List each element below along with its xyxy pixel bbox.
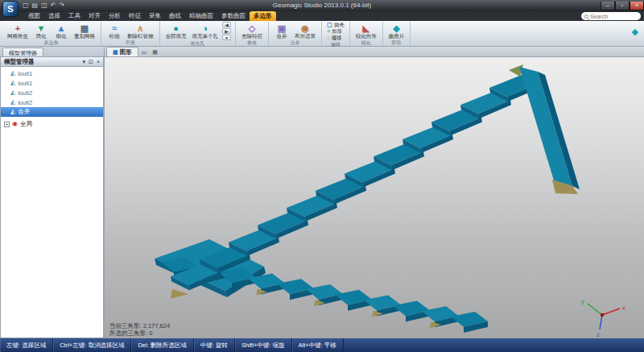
boolean-button[interactable]: ◉ 布尔运算: [292, 22, 318, 39]
tree-item-global[interactable]: + ◉ 全局: [1, 119, 103, 129]
merge-button[interactable]: ▣ 合并: [272, 22, 291, 39]
ribbon-group-smooth: ≈ 松弛 ∧ 删除钉状物 平滑: [101, 22, 160, 46]
refine-icon: ▲: [57, 23, 66, 33]
mesh-doctor-label: 网格医生: [7, 33, 28, 39]
thicken-icon: ≡: [327, 28, 330, 35]
mesh-icon: ◭: [10, 79, 15, 87]
hint-left-click: 左键: 选择区域: [0, 338, 53, 352]
svg-text:z: z: [597, 332, 600, 338]
tab-align[interactable]: 对齐: [85, 11, 105, 21]
offset-button[interactable]: ↕ 偏移: [325, 35, 346, 41]
hole-mode-dropdown[interactable]: ▾: [222, 35, 231, 40]
undo-icon[interactable]: ↶: [51, 1, 56, 10]
defeature-button[interactable]: ◇ 去除特征: [239, 22, 265, 39]
remesh-button[interactable]: ▦ 重划网格: [72, 22, 97, 39]
selected-triangles-value: 0: [149, 329, 152, 337]
current-triangles-value: 2,177,624: [143, 322, 170, 329]
ribbon-group-label: 阶段: [386, 39, 407, 46]
tab-parametric-surfaces[interactable]: 参数曲面: [217, 11, 250, 21]
decimate-button[interactable]: ▼ 简化: [31, 22, 51, 39]
previous-hole-button[interactable]: ◀: [222, 22, 231, 27]
titlebar: S ▢ ▤ ◫ ↶ ↷ Geomagic Studio 2013.0.1 (64…: [0, 0, 644, 11]
sharpen-wizard-button[interactable]: ◣ 锐化向导: [353, 22, 379, 39]
model-3d-scene: xyz: [105, 57, 644, 338]
boolean-icon: ◉: [301, 23, 309, 33]
panel-header: 模型管理器 ▾ ⊡ ×: [0, 56, 104, 67]
expand-icon[interactable]: +: [4, 122, 10, 127]
quick-access-toolbar: ▢ ▤ ◫ ↶ ↷: [23, 1, 64, 10]
new-icon[interactable]: ▢: [23, 1, 29, 10]
fill-single-button[interactable]: ◑ 填充单个孔: [190, 22, 221, 40]
search-input[interactable]: [590, 14, 638, 19]
tab-polygons[interactable]: 多边形: [250, 11, 276, 21]
ribbon-group-label: 偏移: [325, 41, 346, 48]
tab-capture[interactable]: 采集: [145, 11, 165, 21]
tab-view[interactable]: 视图: [24, 11, 44, 21]
tab-analysis[interactable]: 分析: [105, 11, 125, 21]
relax-button[interactable]: ≈ 松弛: [105, 22, 124, 39]
thicken-button[interactable]: ≡ 加厚: [325, 28, 346, 35]
tab-tools[interactable]: 工具: [64, 11, 85, 21]
sharpen-wizard-label: 锐化向导: [356, 33, 377, 39]
save-icon[interactable]: ◫: [41, 1, 47, 10]
tree-item-louti2[interactable]: ◭ louti2: [1, 88, 103, 97]
redo-icon[interactable]: ↷: [59, 1, 64, 10]
mesh-icon: ◭: [10, 98, 15, 106]
tab-features[interactable]: 特征: [125, 11, 145, 21]
triangle-stats: 当前三角形: 2,177,624 所选的三角形: 0: [109, 322, 170, 337]
app-logo-button[interactable]: S: [2, 1, 19, 17]
pin-icon[interactable]: ⊡: [89, 59, 93, 65]
surface-phase-button[interactable]: ◆ 曲面片: [386, 22, 407, 39]
panel-close-icon[interactable]: ×: [97, 59, 100, 65]
tree-item-label: 合并: [18, 108, 30, 116]
minimize-button[interactable]: –: [601, 2, 615, 10]
offset-label: 偏移: [332, 35, 342, 41]
refine-label: 细化: [56, 33, 67, 39]
mesh-doctor-button[interactable]: + 网格医生: [5, 22, 31, 39]
maximize-button[interactable]: ▫: [615, 2, 630, 10]
svg-text:y: y: [581, 299, 584, 305]
tree-item-merged-selected[interactable]: ◭ 合并: [1, 107, 103, 117]
layout-single-icon[interactable]: ▭: [139, 48, 150, 56]
next-hole-button[interactable]: ▶: [222, 28, 231, 34]
remove-spikes-button[interactable]: ∧ 删除钉状物: [125, 22, 156, 39]
shell-icon: ▢: [327, 22, 332, 28]
graphics-tab-icon: ▣: [113, 48, 118, 56]
tab-exact-surfaces[interactable]: 精确曲面: [185, 11, 217, 21]
tree-item-louti1[interactable]: ◭ louti1: [1, 68, 103, 78]
panel-menu-icon[interactable]: ▾: [83, 59, 86, 65]
statusbar: 左键: 选择区域 Ctrl+左键: 取消选择区域 Del: 删除所选区域 中键:…: [0, 338, 644, 352]
ribbon-group-offset: ▢ 抽壳 ≡ 加厚 ↕ 偏移 偏移: [322, 22, 350, 46]
current-triangles-label: 当前三角形:: [109, 322, 142, 329]
refine-button[interactable]: ▲ 细化: [52, 22, 71, 39]
hint-alt-middle: Alt+中键: 平移: [292, 338, 344, 352]
close-button[interactable]: ×: [630, 2, 644, 10]
decimate-label: 简化: [36, 33, 47, 39]
tab-select[interactable]: 选择: [44, 11, 64, 21]
viewport-tab-strip: ▣ 图形 ▭ ▦: [105, 47, 644, 57]
viewport-tab-graphics[interactable]: ▣ 图形: [106, 47, 138, 56]
tree-item-louti2-b[interactable]: ◭ louti2: [1, 97, 103, 107]
fill-all-button[interactable]: ● 全部填充: [163, 22, 189, 40]
tree-item-louti1-b[interactable]: ◭ louti1: [1, 78, 103, 88]
relax-icon: ≈: [112, 23, 117, 33]
fill-single-label: 填充单个孔: [192, 33, 219, 39]
decimate-icon: ▼: [37, 23, 46, 33]
layout-quad-icon[interactable]: ▦: [150, 48, 160, 56]
ribbon-group-label: 平滑: [105, 39, 156, 46]
viewport-canvas[interactable]: xyz 当前三角形: 2,177,624 所选的三角形: 0: [105, 57, 644, 338]
model-manager-panel: 模型管理器 模型管理器 ▾ ⊡ × ◭ louti1 ◭ louti1: [0, 47, 105, 338]
shell-button[interactable]: ▢ 抽壳: [325, 22, 346, 28]
search-icon: [584, 14, 588, 19]
mesh-icon: ◭: [10, 89, 15, 97]
search-box: [581, 12, 641, 20]
ribbon-group-label: 合并: [272, 39, 318, 46]
defeature-icon: ◇: [249, 23, 255, 33]
tab-curves[interactable]: 曲线: [165, 11, 185, 21]
tree-item-label: louti2: [18, 89, 32, 97]
open-icon[interactable]: ▤: [32, 1, 39, 10]
mesh-icon: ◭: [10, 108, 15, 116]
viewport-tab-label: 图形: [120, 48, 132, 56]
panel-tab-model-manager[interactable]: 模型管理器: [2, 48, 43, 56]
remesh-icon: ▦: [80, 23, 89, 33]
